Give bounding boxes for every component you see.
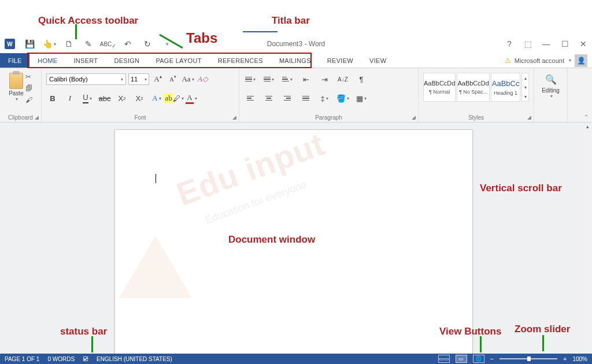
text-effects-icon[interactable]: A▾ — [150, 92, 163, 105]
style-heading1[interactable]: AaBbCc Heading 1 — [491, 73, 521, 102]
zoom-out-icon[interactable]: − — [490, 355, 494, 362]
ribbon: Paste ▾ ✂ 🗐 🖌 Clipboard ◢ Calibri (Body)… — [0, 68, 592, 122]
zoom-slider-thumb[interactable] — [527, 356, 531, 361]
style-gallery-more-icon[interactable]: ▴▾▾ — [521, 73, 529, 102]
annotation-vscroll: Vertical scroll bar — [480, 183, 562, 194]
bullets-icon[interactable]: ▾ — [244, 73, 257, 86]
tab-insert[interactable]: INSERT — [65, 53, 106, 68]
annotation-qat: Quick Access toolbar — [38, 15, 138, 27]
highlight-icon[interactable]: ab🖊▾ — [168, 92, 180, 105]
tab-references[interactable]: REFERENCES — [210, 53, 271, 68]
maximize-icon[interactable]: ☐ — [560, 39, 570, 49]
align-center-icon[interactable] — [262, 92, 275, 105]
window-controls: ? ⬚ — ☐ ✕ — [504, 36, 589, 52]
style-gallery: AaBbCcDd ¶ Normal AaBbCcDd ¶ No Spac... … — [423, 73, 529, 102]
group-paragraph-label: Paragraph — [239, 114, 418, 121]
status-page[interactable]: PAGE 1 OF 1 — [5, 356, 39, 362]
decrease-indent-icon[interactable]: ⇤ — [299, 73, 312, 86]
line-spacing-icon[interactable]: ‡▾ — [318, 92, 331, 105]
status-words[interactable]: 0 WORDS — [47, 356, 75, 362]
proofing-icon[interactable]: 🗹 — [83, 356, 88, 362]
strikethrough-icon[interactable]: abc — [98, 92, 111, 105]
annotation-zoomslider: Zoom slider — [515, 324, 570, 335]
account-area[interactable]: ⚠ Microsoft account ▾ 👤 — [505, 53, 592, 68]
word-app-icon: W — [5, 39, 15, 49]
file-tab[interactable]: FILE — [0, 53, 29, 68]
find-icon: 🔍 — [545, 74, 557, 85]
close-icon[interactable]: ✕ — [578, 39, 589, 49]
tab-design[interactable]: DESIGN — [106, 53, 147, 68]
tab-page-layout[interactable]: PAGE LAYOUT — [147, 53, 209, 68]
annotation-statusbar-line — [91, 336, 93, 352]
tab-home[interactable]: HOME — [29, 53, 65, 68]
cut-icon[interactable]: ✂ — [25, 73, 35, 81]
subscript-icon[interactable]: X2 — [116, 92, 128, 105]
avatar[interactable]: 👤 — [575, 54, 587, 67]
clear-formatting-icon[interactable]: A◇ — [197, 73, 209, 86]
borders-icon[interactable]: ▦▾ — [355, 92, 368, 105]
numbering-icon[interactable]: ▾ — [262, 73, 275, 86]
clipboard-launcher-icon[interactable]: ◢ — [35, 114, 39, 120]
increase-indent-icon[interactable]: ⇥ — [318, 73, 331, 86]
zoom-in-icon[interactable]: + — [563, 355, 567, 362]
italic-icon[interactable]: I — [64, 92, 76, 105]
annotation-zoomslider-line — [542, 335, 544, 351]
copy-icon[interactable]: 🗐 — [25, 84, 35, 92]
align-left-icon[interactable] — [244, 92, 257, 105]
status-language[interactable]: ENGLISH (UNITED STATES) — [97, 356, 172, 362]
styles-launcher-icon[interactable]: ◢ — [527, 114, 531, 120]
font-name-select[interactable]: Calibri (Body)▾ — [46, 73, 126, 85]
paste-label: Paste — [9, 90, 24, 96]
save-icon[interactable]: 💾 — [24, 39, 35, 49]
help-icon[interactable]: ? — [504, 39, 515, 49]
view-read-mode[interactable]: ▭▭ — [438, 355, 450, 363]
annotation-docwindow: Document window — [228, 234, 315, 246]
status-bar: PAGE 1 OF 1 0 WORDS 🗹 ENGLISH (UNITED ST… — [0, 354, 592, 364]
account-dropdown-icon[interactable]: ▾ — [569, 58, 571, 63]
bold-icon[interactable]: B — [46, 92, 59, 105]
redo-icon[interactable]: ↻ — [142, 39, 153, 49]
undo-icon[interactable]: ↶ — [123, 39, 133, 49]
group-paragraph: ▾ ▾ ▾ ⇤ ⇥ A↓Z ¶ ‡▾ 🪣▾ ▦▾ Paragraph ◢ — [239, 68, 419, 122]
font-size-select[interactable]: 11▾ — [128, 73, 149, 85]
zoom-level[interactable]: 100% — [572, 356, 587, 362]
spellcheck-icon[interactable]: ABC✓ — [103, 39, 113, 49]
tab-view[interactable]: VIEW — [361, 53, 394, 68]
paste-button[interactable]: Paste ▾ — [5, 73, 28, 102]
scroll-up-icon[interactable]: ▴ — [583, 122, 592, 131]
font-color-icon[interactable]: A▾ — [185, 92, 198, 105]
shading-icon[interactable]: 🪣▾ — [336, 92, 349, 105]
tab-review[interactable]: REVIEW — [319, 53, 361, 68]
zoom-slider[interactable] — [500, 358, 557, 359]
ribbon-display-icon[interactable]: ⬚ — [523, 39, 533, 49]
edit-icon[interactable]: ✎ — [83, 39, 94, 49]
paste-icon — [9, 73, 23, 89]
vertical-scrollbar[interactable]: ▴ — [583, 122, 592, 354]
multilevel-list-icon[interactable]: ▾ — [281, 73, 294, 86]
view-web-layout[interactable]: 🌐 — [473, 355, 484, 363]
editing-dropdown[interactable]: 🔍 Editing ▾ — [539, 74, 563, 99]
change-case-icon[interactable]: Aa▾ — [182, 73, 194, 86]
minimize-icon[interactable]: — — [541, 39, 552, 49]
grow-font-icon[interactable]: A▴ — [151, 73, 164, 86]
annotation-viewbuttons: View Buttons — [439, 326, 501, 337]
annotation-titlebar-line — [243, 31, 278, 32]
justify-icon[interactable] — [299, 92, 312, 105]
font-launcher-icon[interactable]: ◢ — [232, 114, 236, 120]
new-doc-icon[interactable]: 🗋 — [64, 39, 74, 49]
view-print-layout[interactable]: ▭ — [456, 355, 467, 363]
sort-icon[interactable]: A↓Z — [336, 73, 349, 86]
collapse-ribbon-icon[interactable]: ⌃ — [584, 114, 589, 120]
shrink-font-icon[interactable]: A▾ — [166, 73, 179, 86]
format-painter-icon[interactable]: 🖌 — [25, 96, 35, 104]
paragraph-launcher-icon[interactable]: ◢ — [412, 114, 416, 120]
show-marks-icon[interactable]: ¶ — [355, 73, 368, 86]
style-normal[interactable]: AaBbCcDd ¶ Normal — [423, 73, 456, 102]
touch-mode-icon[interactable]: 👆▾ — [44, 39, 54, 49]
tab-mailings[interactable]: MAILINGS — [271, 53, 319, 68]
style-no-spacing[interactable]: AaBbCcDd ¶ No Spac... — [457, 73, 489, 102]
annotation-titlebar: Titla bar — [272, 15, 310, 27]
align-right-icon[interactable] — [281, 92, 294, 105]
superscript-icon[interactable]: X2 — [133, 92, 146, 105]
underline-icon[interactable]: U▾ — [81, 92, 94, 105]
